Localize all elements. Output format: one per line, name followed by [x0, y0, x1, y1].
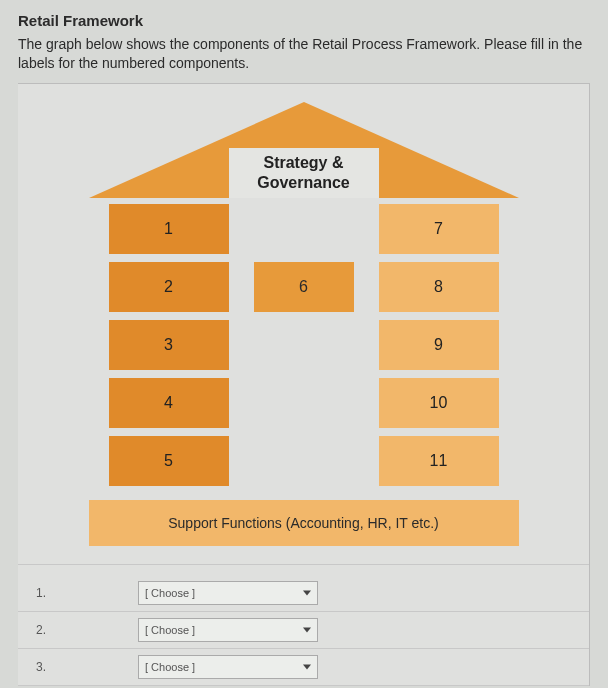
- framework-diagram: Strategy & Governance 1 2 3 4 5 6 7 8 9 …: [89, 102, 519, 546]
- question-panel: Strategy & Governance 1 2 3 4 5 6 7 8 9 …: [18, 83, 590, 686]
- middle-column: 6: [254, 204, 354, 486]
- answer-row: 2. [ Choose ]: [18, 612, 589, 649]
- roof: Strategy & Governance: [89, 102, 519, 198]
- box-6: 6: [254, 262, 354, 312]
- answer-list: 1. [ Choose ] 2. [ Choose ] 3. [ Choose …: [18, 564, 589, 686]
- choose-dropdown-1[interactable]: [ Choose ]: [138, 581, 318, 605]
- box-8: 8: [379, 262, 499, 312]
- box-7: 7: [379, 204, 499, 254]
- box-11: 11: [379, 436, 499, 486]
- box-1: 1: [109, 204, 229, 254]
- box-5: 5: [109, 436, 229, 486]
- answer-number: 2.: [18, 623, 48, 637]
- box-3: 3: [109, 320, 229, 370]
- foundation-label: Support Functions (Accounting, HR, IT et…: [89, 500, 519, 546]
- box-9: 9: [379, 320, 499, 370]
- answer-number: 3.: [18, 660, 48, 674]
- answer-number: 1.: [18, 586, 48, 600]
- box-10: 10: [379, 378, 499, 428]
- left-column: 1 2 3 4 5: [109, 204, 229, 486]
- page-subtitle: The graph below shows the components of …: [18, 35, 590, 73]
- right-column: 7 8 9 10 11: [379, 204, 499, 486]
- box-4: 4: [109, 378, 229, 428]
- answer-row: 1. [ Choose ]: [18, 575, 589, 612]
- answer-row: 3. [ Choose ]: [18, 649, 589, 686]
- roof-label: Strategy & Governance: [224, 153, 384, 191]
- choose-dropdown-3[interactable]: [ Choose ]: [138, 655, 318, 679]
- choose-dropdown-2[interactable]: [ Choose ]: [138, 618, 318, 642]
- page-title: Retail Framework: [18, 12, 590, 29]
- box-2: 2: [109, 262, 229, 312]
- house-body: 1 2 3 4 5 6 7 8 9 10 11: [89, 204, 519, 486]
